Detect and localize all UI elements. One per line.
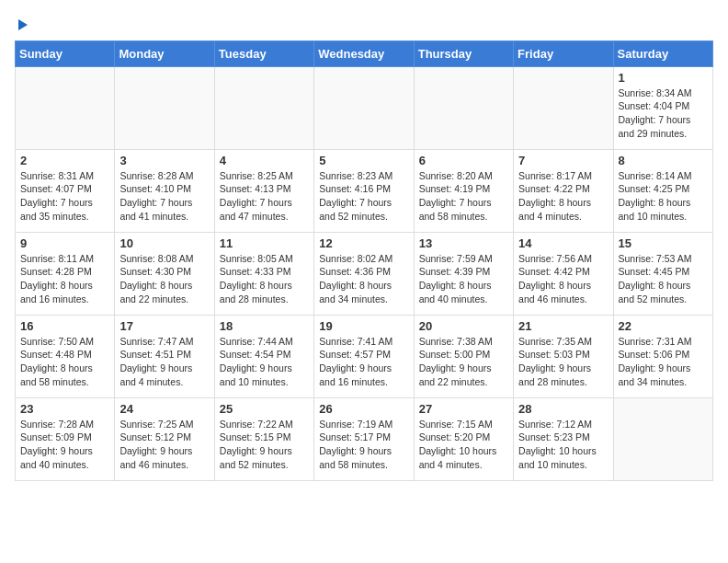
day-number: 23 bbox=[20, 402, 109, 416]
day-info: Sunrise: 7:56 AM Sunset: 4:42 PM Dayligh… bbox=[518, 252, 608, 306]
day-number: 24 bbox=[119, 402, 209, 416]
day-info: Sunrise: 7:22 AM Sunset: 5:15 PM Dayligh… bbox=[220, 418, 309, 472]
calendar-cell: 20Sunrise: 7:38 AM Sunset: 5:00 PM Dayli… bbox=[414, 315, 513, 397]
calendar-cell: 13Sunrise: 7:59 AM Sunset: 4:39 PM Dayli… bbox=[414, 232, 513, 315]
day-info: Sunrise: 7:12 AM Sunset: 5:23 PM Dayligh… bbox=[518, 418, 608, 472]
day-number: 17 bbox=[119, 319, 209, 333]
day-info: Sunrise: 7:41 AM Sunset: 4:57 PM Dayligh… bbox=[319, 335, 408, 389]
calendar-cell: 17Sunrise: 7:47 AM Sunset: 4:51 PM Dayli… bbox=[115, 315, 214, 397]
day-number: 19 bbox=[319, 319, 408, 333]
day-info: Sunrise: 7:28 AM Sunset: 5:09 PM Dayligh… bbox=[20, 418, 109, 472]
calendar-cell: 18Sunrise: 7:44 AM Sunset: 4:54 PM Dayli… bbox=[214, 315, 313, 397]
day-number: 28 bbox=[518, 402, 608, 416]
calendar-cell bbox=[16, 66, 115, 149]
day-info: Sunrise: 8:17 AM Sunset: 4:22 PM Dayligh… bbox=[518, 169, 608, 224]
calendar-cell: 19Sunrise: 7:41 AM Sunset: 4:57 PM Dayli… bbox=[314, 315, 414, 397]
calendar-cell: 12Sunrise: 8:02 AM Sunset: 4:36 PM Dayli… bbox=[314, 232, 414, 315]
day-number: 10 bbox=[119, 236, 209, 250]
calendar-table: SundayMondayTuesdayWednesdayThursdayFrid… bbox=[15, 40, 713, 481]
weekday-header: Tuesday bbox=[214, 40, 313, 66]
day-number: 18 bbox=[220, 319, 309, 333]
day-info: Sunrise: 8:05 AM Sunset: 4:33 PM Dayligh… bbox=[220, 252, 309, 306]
calendar-cell: 6Sunrise: 8:20 AM Sunset: 4:19 PM Daylig… bbox=[414, 149, 513, 232]
calendar-cell: 21Sunrise: 7:35 AM Sunset: 5:03 PM Dayli… bbox=[514, 315, 613, 397]
day-number: 2 bbox=[20, 154, 109, 167]
day-info: Sunrise: 7:25 AM Sunset: 5:12 PM Dayligh… bbox=[119, 418, 209, 472]
calendar-cell bbox=[613, 397, 712, 480]
day-number: 1 bbox=[619, 71, 708, 85]
calendar-cell: 27Sunrise: 7:15 AM Sunset: 5:20 PM Dayli… bbox=[414, 397, 513, 480]
day-info: Sunrise: 8:25 AM Sunset: 4:13 PM Dayligh… bbox=[220, 169, 309, 224]
day-number: 6 bbox=[419, 154, 508, 167]
day-number: 25 bbox=[220, 402, 309, 416]
calendar-cell: 14Sunrise: 7:56 AM Sunset: 4:42 PM Dayli… bbox=[514, 232, 613, 315]
calendar-header-row: SundayMondayTuesdayWednesdayThursdayFrid… bbox=[16, 40, 713, 66]
calendar-cell bbox=[414, 66, 513, 149]
day-number: 12 bbox=[319, 236, 408, 250]
day-number: 3 bbox=[119, 154, 209, 167]
calendar-cell: 3Sunrise: 8:28 AM Sunset: 4:10 PM Daylig… bbox=[115, 149, 214, 232]
calendar-week-row: 2Sunrise: 8:31 AM Sunset: 4:07 PM Daylig… bbox=[16, 149, 713, 232]
day-number: 20 bbox=[419, 319, 508, 333]
day-info: Sunrise: 8:31 AM Sunset: 4:07 PM Dayligh… bbox=[20, 169, 109, 224]
calendar-cell: 16Sunrise: 7:50 AM Sunset: 4:48 PM Dayli… bbox=[16, 315, 115, 397]
day-info: Sunrise: 7:50 AM Sunset: 4:48 PM Dayligh… bbox=[20, 335, 109, 389]
calendar-cell: 4Sunrise: 8:25 AM Sunset: 4:13 PM Daylig… bbox=[214, 149, 313, 232]
weekday-header: Saturday bbox=[613, 40, 712, 66]
day-number: 14 bbox=[518, 236, 608, 250]
day-number: 9 bbox=[20, 236, 109, 250]
calendar-cell: 10Sunrise: 8:08 AM Sunset: 4:30 PM Dayli… bbox=[115, 232, 214, 315]
day-info: Sunrise: 7:47 AM Sunset: 4:51 PM Dayligh… bbox=[119, 335, 209, 389]
calendar-cell: 9Sunrise: 8:11 AM Sunset: 4:28 PM Daylig… bbox=[16, 232, 115, 315]
day-info: Sunrise: 7:53 AM Sunset: 4:45 PM Dayligh… bbox=[619, 252, 708, 306]
day-number: 15 bbox=[619, 236, 708, 250]
day-info: Sunrise: 7:35 AM Sunset: 5:03 PM Dayligh… bbox=[518, 335, 608, 389]
calendar-cell bbox=[314, 66, 414, 149]
day-number: 7 bbox=[518, 154, 608, 167]
day-info: Sunrise: 8:14 AM Sunset: 4:25 PM Dayligh… bbox=[619, 169, 708, 224]
day-info: Sunrise: 7:59 AM Sunset: 4:39 PM Dayligh… bbox=[419, 252, 508, 306]
calendar-cell: 23Sunrise: 7:28 AM Sunset: 5:09 PM Dayli… bbox=[16, 397, 115, 480]
calendar-cell: 7Sunrise: 8:17 AM Sunset: 4:22 PM Daylig… bbox=[514, 149, 613, 232]
day-number: 27 bbox=[419, 402, 508, 416]
calendar-cell: 28Sunrise: 7:12 AM Sunset: 5:23 PM Dayli… bbox=[514, 397, 613, 480]
weekday-header: Thursday bbox=[414, 40, 513, 66]
day-info: Sunrise: 8:23 AM Sunset: 4:16 PM Dayligh… bbox=[319, 169, 408, 224]
day-info: Sunrise: 7:31 AM Sunset: 5:06 PM Dayligh… bbox=[619, 335, 708, 389]
day-number: 16 bbox=[20, 319, 109, 333]
calendar-cell: 15Sunrise: 7:53 AM Sunset: 4:45 PM Dayli… bbox=[613, 232, 712, 315]
day-info: Sunrise: 7:19 AM Sunset: 5:17 PM Dayligh… bbox=[319, 418, 408, 472]
day-info: Sunrise: 8:28 AM Sunset: 4:10 PM Dayligh… bbox=[119, 169, 209, 224]
page-header bbox=[15, 15, 713, 33]
calendar-cell bbox=[514, 66, 613, 149]
day-info: Sunrise: 8:34 AM Sunset: 4:04 PM Dayligh… bbox=[619, 86, 708, 141]
weekday-header: Monday bbox=[115, 40, 214, 66]
calendar-cell: 26Sunrise: 7:19 AM Sunset: 5:17 PM Dayli… bbox=[314, 397, 414, 480]
day-number: 26 bbox=[319, 402, 408, 416]
calendar-cell: 11Sunrise: 8:05 AM Sunset: 4:33 PM Dayli… bbox=[214, 232, 313, 315]
day-number: 22 bbox=[619, 319, 708, 333]
day-number: 13 bbox=[419, 236, 508, 250]
calendar-week-row: 16Sunrise: 7:50 AM Sunset: 4:48 PM Dayli… bbox=[16, 315, 713, 397]
calendar-week-row: 23Sunrise: 7:28 AM Sunset: 5:09 PM Dayli… bbox=[16, 397, 713, 480]
day-number: 4 bbox=[220, 154, 309, 167]
day-info: Sunrise: 7:38 AM Sunset: 5:00 PM Dayligh… bbox=[419, 335, 508, 389]
day-info: Sunrise: 8:08 AM Sunset: 4:30 PM Dayligh… bbox=[119, 252, 209, 306]
calendar-cell: 25Sunrise: 7:22 AM Sunset: 5:15 PM Dayli… bbox=[214, 397, 313, 480]
weekday-header: Friday bbox=[514, 40, 613, 66]
day-info: Sunrise: 8:02 AM Sunset: 4:36 PM Dayligh… bbox=[319, 252, 408, 306]
calendar-cell: 1Sunrise: 8:34 AM Sunset: 4:04 PM Daylig… bbox=[613, 66, 712, 149]
calendar-week-row: 9Sunrise: 8:11 AM Sunset: 4:28 PM Daylig… bbox=[16, 232, 713, 315]
day-number: 5 bbox=[319, 154, 408, 167]
day-info: Sunrise: 7:15 AM Sunset: 5:20 PM Dayligh… bbox=[419, 418, 508, 472]
day-number: 11 bbox=[220, 236, 309, 250]
weekday-header: Wednesday bbox=[314, 40, 414, 66]
calendar-cell: 5Sunrise: 8:23 AM Sunset: 4:16 PM Daylig… bbox=[314, 149, 414, 232]
calendar-cell: 24Sunrise: 7:25 AM Sunset: 5:12 PM Dayli… bbox=[115, 397, 214, 480]
day-info: Sunrise: 8:11 AM Sunset: 4:28 PM Dayligh… bbox=[20, 252, 109, 306]
calendar-week-row: 1Sunrise: 8:34 AM Sunset: 4:04 PM Daylig… bbox=[16, 66, 713, 149]
calendar-cell: 22Sunrise: 7:31 AM Sunset: 5:06 PM Dayli… bbox=[613, 315, 712, 397]
logo bbox=[15, 15, 28, 33]
calendar-cell: 8Sunrise: 8:14 AM Sunset: 4:25 PM Daylig… bbox=[613, 149, 712, 232]
weekday-header: Sunday bbox=[16, 40, 115, 66]
